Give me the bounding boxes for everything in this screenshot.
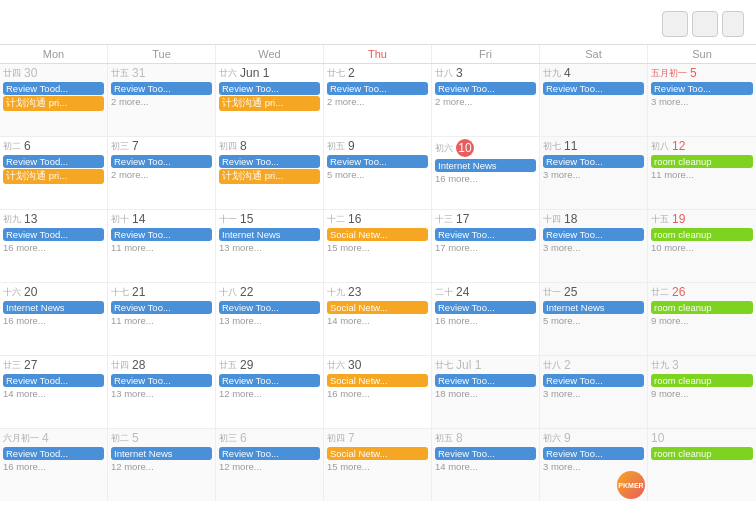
more-events-link[interactable]: 13 more... <box>219 315 320 326</box>
event-item[interactable]: Review Too... <box>219 155 320 168</box>
event-item[interactable]: Social Netw... <box>327 228 428 241</box>
day-cell-w1d0[interactable]: 初二6Review Tood...计划沟通 pri... <box>0 137 108 209</box>
day-cell-w1d3[interactable]: 初五9Review Too...5 more... <box>324 137 432 209</box>
day-cell-w2d0[interactable]: 初九13Review Tood...16 more... <box>0 210 108 282</box>
event-item[interactable]: Internet News <box>3 301 104 314</box>
event-item[interactable]: 计划沟通 pri... <box>219 169 320 184</box>
event-item[interactable]: Review Too... <box>111 228 212 241</box>
event-item[interactable]: 计划沟通 pri... <box>3 169 104 184</box>
event-item[interactable]: room cleanup <box>651 155 753 168</box>
more-events-link[interactable]: 3 more... <box>543 169 644 180</box>
day-cell-w0d5[interactable]: 廿九4Review Too... <box>540 64 648 136</box>
more-events-link[interactable]: 15 more... <box>327 461 428 472</box>
more-events-link[interactable]: 13 more... <box>219 242 320 253</box>
day-cell-w4d5[interactable]: 廿八2Review Too...3 more... <box>540 356 648 428</box>
more-events-link[interactable]: 2 more... <box>111 169 212 180</box>
day-cell-w5d4[interactable]: 初五8Review Too...14 more... <box>432 429 540 501</box>
today-button[interactable] <box>722 11 744 37</box>
more-events-link[interactable]: 16 more... <box>435 173 536 184</box>
more-events-link[interactable]: 11 more... <box>111 242 212 253</box>
more-events-link[interactable]: 16 more... <box>435 315 536 326</box>
prev-button[interactable] <box>662 11 688 37</box>
day-cell-w2d4[interactable]: 十三17Review Too...17 more... <box>432 210 540 282</box>
event-item[interactable]: Internet News <box>111 447 212 460</box>
more-events-link[interactable]: 3 more... <box>543 388 644 399</box>
more-events-link[interactable]: 3 more... <box>543 242 644 253</box>
event-item[interactable]: Review Too... <box>651 82 753 95</box>
day-cell-w5d3[interactable]: 初四7Social Netw...15 more... <box>324 429 432 501</box>
day-cell-w3d0[interactable]: 十六20Internet News16 more... <box>0 283 108 355</box>
event-item[interactable]: Review Too... <box>543 228 644 241</box>
more-events-link[interactable]: 14 more... <box>435 461 536 472</box>
event-item[interactable]: Review Too... <box>543 155 644 168</box>
more-events-link[interactable]: 12 more... <box>219 388 320 399</box>
day-cell-w0d6[interactable]: 五月初一5Review Too...3 more... <box>648 64 756 136</box>
day-cell-w1d4[interactable]: 初六10Internet News16 more... <box>432 137 540 209</box>
more-events-link[interactable]: 15 more... <box>327 242 428 253</box>
day-cell-w5d2[interactable]: 初三6Review Too...12 more... <box>216 429 324 501</box>
event-item[interactable]: Review Too... <box>435 301 536 314</box>
day-cell-w3d2[interactable]: 十八22Review Too...13 more... <box>216 283 324 355</box>
more-events-link[interactable]: 2 more... <box>111 96 212 107</box>
day-cell-w0d1[interactable]: 廿五31Review Too...2 more... <box>108 64 216 136</box>
more-events-link[interactable]: 9 more... <box>651 388 753 399</box>
more-events-link[interactable]: 16 more... <box>3 315 104 326</box>
day-cell-w3d4[interactable]: 二十24Review Too...16 more... <box>432 283 540 355</box>
day-cell-w0d3[interactable]: 廿七2Review Too...2 more... <box>324 64 432 136</box>
more-events-link[interactable]: 14 more... <box>3 388 104 399</box>
event-item[interactable]: 计划沟通 pri... <box>3 96 104 111</box>
more-events-link[interactable]: 17 more... <box>435 242 536 253</box>
day-cell-w4d1[interactable]: 廿四28Review Too...13 more... <box>108 356 216 428</box>
event-item[interactable]: Review Too... <box>435 228 536 241</box>
event-item[interactable]: Review Too... <box>435 374 536 387</box>
event-item[interactable]: Social Netw... <box>327 301 428 314</box>
event-item[interactable]: Review Tood... <box>3 447 104 460</box>
day-cell-w4d3[interactable]: 廿六30Social Netw...16 more... <box>324 356 432 428</box>
more-events-link[interactable]: 13 more... <box>111 388 212 399</box>
event-item[interactable]: Review Tood... <box>3 228 104 241</box>
more-events-link[interactable]: 9 more... <box>651 315 753 326</box>
day-cell-w5d6[interactable]: 10room cleanup <box>648 429 756 501</box>
more-events-link[interactable]: 12 more... <box>219 461 320 472</box>
event-item[interactable]: Review Tood... <box>3 82 104 95</box>
event-item[interactable]: Review Too... <box>435 447 536 460</box>
event-item[interactable]: Review Too... <box>111 155 212 168</box>
more-events-link[interactable]: 12 more... <box>111 461 212 472</box>
event-item[interactable]: Review Too... <box>543 82 644 95</box>
event-item[interactable]: Internet News <box>435 159 536 172</box>
event-item[interactable]: Review Too... <box>435 82 536 95</box>
event-item[interactable]: Review Too... <box>219 82 320 95</box>
day-cell-w2d1[interactable]: 初十14Review Too...11 more... <box>108 210 216 282</box>
event-item[interactable]: Review Too... <box>543 374 644 387</box>
day-cell-w1d2[interactable]: 初四8Review Too...计划沟通 pri... <box>216 137 324 209</box>
day-cell-w4d0[interactable]: 廿三27Review Tood...14 more... <box>0 356 108 428</box>
day-cell-w1d5[interactable]: 初七11Review Too...3 more... <box>540 137 648 209</box>
event-item[interactable]: room cleanup <box>651 228 753 241</box>
more-events-link[interactable]: 2 more... <box>327 96 428 107</box>
day-cell-w3d1[interactable]: 十七21Review Too...11 more... <box>108 283 216 355</box>
day-cell-w2d3[interactable]: 十二16Social Netw...15 more... <box>324 210 432 282</box>
more-events-link[interactable]: 18 more... <box>435 388 536 399</box>
day-cell-w1d6[interactable]: 初八12room cleanup11 more... <box>648 137 756 209</box>
event-item[interactable]: room cleanup <box>651 447 753 460</box>
event-item[interactable]: Review Too... <box>219 374 320 387</box>
event-item[interactable]: room cleanup <box>651 374 753 387</box>
day-cell-w4d6[interactable]: 廿九3room cleanup9 more... <box>648 356 756 428</box>
day-cell-w3d3[interactable]: 十九23Social Netw...14 more... <box>324 283 432 355</box>
event-item[interactable]: room cleanup <box>651 301 753 314</box>
event-item[interactable]: Review Too... <box>219 301 320 314</box>
event-item[interactable]: Internet News <box>543 301 644 314</box>
day-cell-w2d6[interactable]: 十五19room cleanup10 more... <box>648 210 756 282</box>
day-cell-w5d1[interactable]: 初二5Internet News12 more... <box>108 429 216 501</box>
event-item[interactable]: Internet News <box>219 228 320 241</box>
day-cell-w4d4[interactable]: 廿七Jul 1Review Too...18 more... <box>432 356 540 428</box>
event-item[interactable]: Review Too... <box>327 155 428 168</box>
event-item[interactable]: Review Too... <box>111 374 212 387</box>
event-item[interactable]: Review Too... <box>543 447 644 460</box>
day-cell-w0d2[interactable]: 廿六Jun 1Review Too...计划沟通 pri... <box>216 64 324 136</box>
event-item[interactable]: 计划沟通 pri... <box>219 96 320 111</box>
more-events-link[interactable]: 2 more... <box>435 96 536 107</box>
more-events-link[interactable]: 11 more... <box>651 169 753 180</box>
event-item[interactable]: Social Netw... <box>327 447 428 460</box>
more-events-link[interactable]: 16 more... <box>3 461 104 472</box>
